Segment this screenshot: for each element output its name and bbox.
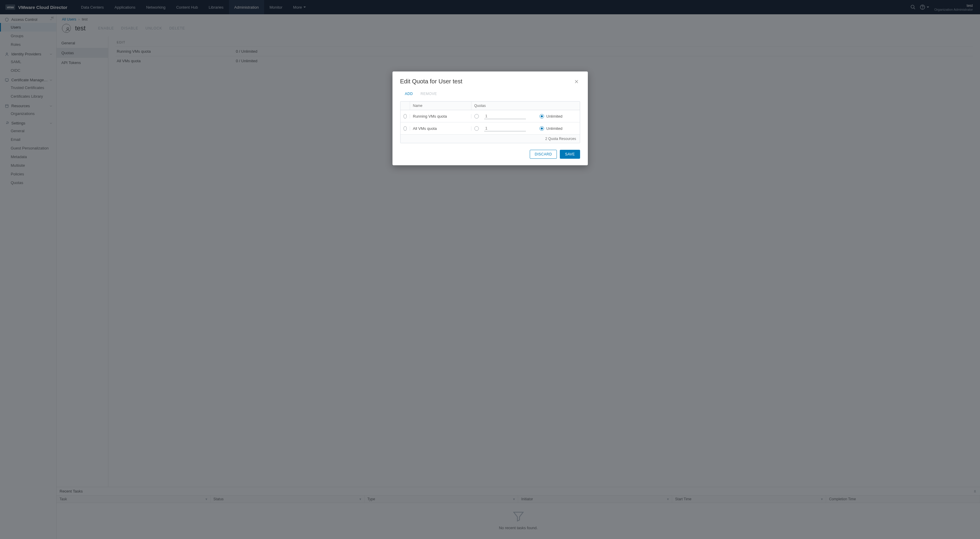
- quota-value-input[interactable]: [484, 126, 526, 131]
- quota-table: Name Quotas Running VMs quota Unlimited: [400, 101, 580, 143]
- row-select-radio[interactable]: [404, 126, 407, 131]
- edit-quota-modal: Edit Quota for User test ADD REMOVE Name…: [393, 72, 588, 165]
- quota-value-radio[interactable]: [474, 114, 479, 119]
- quota-row: Running VMs quota Unlimited: [401, 110, 580, 122]
- quota-unlimited-radio[interactable]: [539, 114, 544, 119]
- quota-header-quotas: Quotas: [471, 102, 580, 110]
- quota-row-name: Running VMs quota: [410, 114, 471, 119]
- quota-row: All VMs quota Unlimited: [401, 122, 580, 135]
- modal-scrim[interactable]: Edit Quota for User test ADD REMOVE Name…: [0, 0, 980, 539]
- modal-tab-remove[interactable]: REMOVE: [420, 92, 437, 97]
- quota-value-radio[interactable]: [474, 126, 479, 131]
- quota-header-name: Name: [410, 102, 471, 110]
- modal-tab-add[interactable]: ADD: [405, 92, 413, 97]
- quota-unlimited-label: Unlimited: [546, 114, 563, 119]
- save-button[interactable]: SAVE: [560, 150, 580, 159]
- quota-unlimited-label: Unlimited: [546, 126, 563, 131]
- quota-row-name: All VMs quota: [410, 126, 471, 131]
- quota-value-input[interactable]: [484, 113, 526, 119]
- modal-title: Edit Quota for User test: [400, 78, 463, 85]
- row-select-radio[interactable]: [404, 114, 407, 119]
- quota-table-footer: 2 Quota Resources: [401, 135, 580, 143]
- quota-unlimited-radio[interactable]: [539, 126, 544, 131]
- discard-button[interactable]: DISCARD: [530, 150, 557, 159]
- close-icon[interactable]: [573, 78, 580, 85]
